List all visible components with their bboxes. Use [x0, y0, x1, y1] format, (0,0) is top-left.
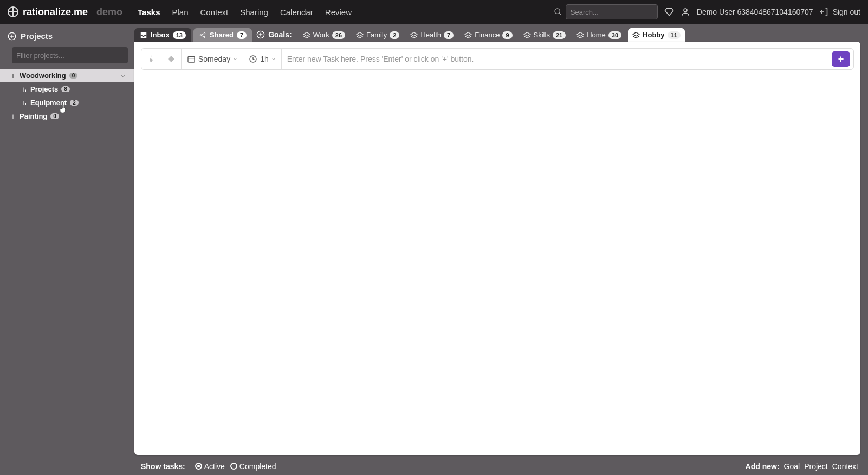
bars-icon — [10, 113, 16, 120]
svg-rect-35 — [188, 56, 195, 62]
inbox-icon — [140, 31, 147, 39]
svg-point-4 — [200, 34, 201, 35]
svg-line-7 — [202, 34, 204, 35]
goal-health[interactable]: Health 7 — [406, 28, 458, 42]
project-woodworking[interactable]: Woodworking 0 — [0, 69, 134, 82]
show-tasks-label: Show tasks: — [141, 462, 185, 471]
add-new-goal-link[interactable]: Goal — [784, 462, 800, 471]
duration-dropdown[interactable]: 1h — [243, 49, 282, 69]
layers-icon — [303, 31, 310, 39]
radio-completed[interactable] — [230, 463, 237, 470]
search-icon[interactable] — [554, 8, 562, 16]
priority-diamond-button[interactable] — [161, 49, 182, 69]
goal-skills-label: Skills — [534, 31, 550, 39]
signout-button[interactable]: Sign out — [820, 7, 860, 17]
goal-health-label: Health — [420, 31, 441, 39]
project-equipment-count: 2 — [70, 100, 79, 106]
someday-label: Someday — [198, 55, 230, 63]
user-icon[interactable] — [681, 7, 690, 17]
flame-icon — [147, 55, 156, 63]
add-new-label: Add new: — [746, 462, 780, 471]
goal-hobby-count: 11 — [668, 31, 681, 39]
project-equipment[interactable]: Equipment 2 — [0, 96, 134, 109]
clock-icon — [249, 55, 257, 63]
goal-skills-count: 21 — [553, 31, 566, 39]
new-task-input[interactable] — [282, 49, 832, 69]
radio-active[interactable] — [195, 463, 202, 470]
goal-family-label: Family — [366, 31, 387, 39]
add-task-button[interactable]: + — [832, 51, 850, 67]
nav-tasks[interactable]: Tasks — [138, 8, 160, 17]
chevron-down-icon — [271, 57, 276, 61]
footer: Show tasks: Active Completed Add new: Go… — [0, 457, 868, 475]
gem-icon[interactable] — [664, 7, 674, 17]
svg-line-8 — [202, 35, 204, 36]
footer-right: Add new: Goal Project Context — [746, 462, 858, 471]
svg-marker-14 — [411, 32, 418, 36]
tab-shared-count: 7 — [237, 31, 247, 39]
project-painting[interactable]: Painting 0 — [0, 109, 134, 123]
nav-context[interactable]: Context — [200, 8, 229, 17]
goal-skills[interactable]: Skills 21 — [519, 28, 571, 42]
search-input[interactable] — [566, 4, 658, 19]
goal-finance[interactable]: Finance 9 — [460, 28, 516, 42]
goal-hobby[interactable]: Hobby 11 — [628, 28, 685, 42]
add-project-icon[interactable] — [8, 32, 16, 41]
goals-label-text: Goals: — [268, 30, 292, 39]
project-painting-count: 0 — [50, 113, 59, 119]
chevron-down-icon[interactable] — [120, 73, 126, 79]
layers-icon — [576, 31, 584, 39]
sidebar-heading: Projects — [21, 31, 53, 41]
duration-label: 1h — [260, 55, 269, 63]
svg-marker-17 — [577, 32, 584, 36]
tab-shared[interactable]: Shared 7 — [193, 28, 252, 42]
radio-active-label: Active — [204, 462, 225, 471]
nav-review[interactable]: Review — [325, 8, 352, 17]
goal-work[interactable]: Work 26 — [299, 28, 349, 42]
svg-marker-12 — [303, 32, 310, 36]
svg-marker-13 — [357, 32, 363, 36]
add-new-project-link[interactable]: Project — [804, 462, 828, 471]
globe-icon — [8, 6, 18, 17]
nav-sharing[interactable]: Sharing — [240, 8, 268, 17]
someday-dropdown[interactable]: Someday — [182, 49, 243, 69]
goal-health-count: 7 — [444, 31, 454, 39]
add-goal-icon[interactable] — [256, 30, 265, 39]
tab-inbox-label: Inbox — [151, 31, 170, 39]
nav-calendar[interactable]: Calendar — [280, 8, 313, 17]
svg-line-1 — [559, 13, 561, 15]
topbar-right: Demo User 638404867104160707 Sign out — [554, 4, 860, 19]
filter-projects-input[interactable] — [12, 47, 128, 63]
main-panel: Someday 1h + — [134, 42, 860, 455]
goal-family[interactable]: Family 2 — [352, 28, 404, 42]
add-task-label: + — [838, 54, 844, 65]
svg-marker-15 — [465, 32, 471, 36]
project-painting-label: Painting — [20, 112, 47, 120]
signout-label: Sign out — [833, 8, 860, 16]
chevron-down-icon — [233, 57, 237, 61]
share-icon — [199, 31, 206, 39]
goal-home[interactable]: Home 30 — [572, 28, 626, 42]
bars-icon — [21, 100, 27, 106]
diamond-icon — [167, 55, 176, 63]
project-equipment-label: Equipment — [30, 99, 67, 107]
goal-hobby-label: Hobby — [643, 31, 664, 39]
goal-finance-label: Finance — [475, 31, 500, 39]
logo-area: rationalize.me demo — [8, 6, 122, 18]
svg-point-3 — [684, 9, 687, 12]
signout-icon — [820, 7, 830, 17]
radio-completed-label: Completed — [239, 462, 276, 471]
bars-icon — [21, 86, 27, 93]
project-woodworking-label: Woodworking — [20, 71, 66, 80]
nav-plan[interactable]: Plan — [172, 8, 188, 17]
tab-inbox[interactable]: Inbox 13 — [134, 28, 191, 42]
add-new-context-link[interactable]: Context — [832, 462, 858, 471]
priority-flame-button[interactable] — [141, 49, 161, 69]
project-projects[interactable]: Projects 8 — [0, 82, 134, 96]
task-input-row: Someday 1h + — [141, 48, 854, 70]
calendar-icon — [187, 55, 196, 63]
bars-icon — [10, 73, 16, 79]
svg-point-5 — [204, 32, 205, 34]
goal-work-count: 26 — [332, 31, 345, 39]
layers-icon — [632, 31, 640, 39]
